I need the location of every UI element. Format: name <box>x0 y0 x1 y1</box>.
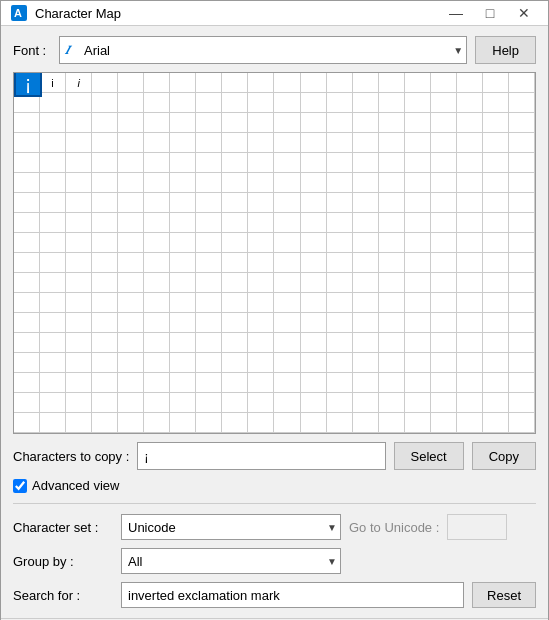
char-cell[interactable] <box>483 353 509 373</box>
char-cell[interactable] <box>248 173 274 193</box>
minimize-button[interactable]: — <box>440 1 472 25</box>
char-cell[interactable] <box>40 413 66 433</box>
char-cell[interactable] <box>379 253 405 273</box>
char-cell[interactable] <box>66 393 92 413</box>
char-cell[interactable] <box>353 313 379 333</box>
char-cell[interactable] <box>92 213 118 233</box>
char-cell[interactable] <box>379 193 405 213</box>
char-cell[interactable] <box>431 273 457 293</box>
char-cell[interactable] <box>379 273 405 293</box>
char-cell[interactable] <box>222 133 248 153</box>
char-cell[interactable] <box>92 373 118 393</box>
char-cell[interactable] <box>274 93 300 113</box>
char-cell[interactable] <box>301 293 327 313</box>
close-button[interactable]: ✕ <box>508 1 540 25</box>
char-cell[interactable] <box>14 293 40 313</box>
goto-unicode-input[interactable] <box>447 514 507 540</box>
char-cell[interactable] <box>118 273 144 293</box>
char-cell[interactable] <box>405 393 431 413</box>
char-cell[interactable] <box>118 373 144 393</box>
char-cell[interactable] <box>301 413 327 433</box>
char-cell[interactable] <box>353 153 379 173</box>
char-cell[interactable] <box>144 313 170 333</box>
char-cell[interactable] <box>301 233 327 253</box>
char-cell[interactable] <box>92 133 118 153</box>
char-cell[interactable] <box>66 353 92 373</box>
char-cell[interactable] <box>248 113 274 133</box>
char-cell[interactable] <box>327 373 353 393</box>
char-cell[interactable] <box>222 353 248 373</box>
char-cell[interactable] <box>40 333 66 353</box>
char-cell[interactable] <box>405 313 431 333</box>
char-cell[interactable] <box>144 373 170 393</box>
char-cell[interactable] <box>483 413 509 433</box>
char-cell[interactable] <box>353 293 379 313</box>
char-cell[interactable] <box>40 153 66 173</box>
search-for-input[interactable] <box>121 582 464 608</box>
char-cell[interactable] <box>327 153 353 173</box>
char-cell[interactable] <box>196 73 222 93</box>
char-cell[interactable] <box>92 153 118 173</box>
char-cell[interactable] <box>170 173 196 193</box>
char-cell[interactable] <box>248 413 274 433</box>
char-cell[interactable] <box>222 193 248 213</box>
char-cell[interactable] <box>66 313 92 333</box>
char-cell[interactable] <box>405 173 431 193</box>
char-cell[interactable] <box>483 393 509 413</box>
char-cell[interactable] <box>170 233 196 253</box>
char-cell[interactable] <box>301 273 327 293</box>
char-cell[interactable] <box>353 333 379 353</box>
char-cell[interactable] <box>509 233 535 253</box>
char-cell[interactable] <box>170 373 196 393</box>
char-cell[interactable] <box>327 293 353 313</box>
char-cell[interactable] <box>379 313 405 333</box>
char-cell[interactable] <box>327 133 353 153</box>
char-cell[interactable] <box>431 313 457 333</box>
char-cell[interactable] <box>118 133 144 153</box>
char-cell[interactable] <box>118 413 144 433</box>
char-cell[interactable] <box>170 313 196 333</box>
char-cell[interactable] <box>66 153 92 173</box>
char-cell[interactable] <box>14 253 40 273</box>
char-cell[interactable] <box>118 253 144 273</box>
char-cell[interactable] <box>66 113 92 133</box>
char-cell[interactable] <box>196 313 222 333</box>
char-cell[interactable] <box>353 373 379 393</box>
char-cell[interactable] <box>457 413 483 433</box>
char-cell[interactable] <box>222 373 248 393</box>
char-cell[interactable] <box>66 293 92 313</box>
char-cell[interactable] <box>457 113 483 133</box>
char-cell[interactable] <box>457 293 483 313</box>
char-cell[interactable] <box>144 393 170 413</box>
char-cell[interactable] <box>405 413 431 433</box>
char-cell[interactable] <box>353 253 379 273</box>
char-cell[interactable] <box>144 253 170 273</box>
char-cell[interactable] <box>170 333 196 353</box>
char-cell[interactable] <box>301 113 327 133</box>
char-cell[interactable] <box>170 353 196 373</box>
char-cell[interactable] <box>327 253 353 273</box>
char-cell[interactable] <box>92 253 118 273</box>
char-cell[interactable] <box>248 333 274 353</box>
copy-button[interactable]: Copy <box>472 442 536 470</box>
char-cell[interactable] <box>457 253 483 273</box>
char-cell[interactable] <box>196 213 222 233</box>
char-cell[interactable] <box>483 293 509 313</box>
char-cell[interactable] <box>509 133 535 153</box>
maximize-button[interactable]: □ <box>474 1 506 25</box>
char-cell[interactable] <box>66 133 92 153</box>
char-cell[interactable] <box>222 273 248 293</box>
char-cell[interactable] <box>14 173 40 193</box>
char-cell[interactable] <box>274 293 300 313</box>
char-cell[interactable] <box>118 393 144 413</box>
char-cell[interactable] <box>118 173 144 193</box>
char-cell[interactable] <box>379 113 405 133</box>
char-cell[interactable] <box>405 93 431 113</box>
char-cell[interactable] <box>301 313 327 333</box>
char-cell[interactable] <box>353 113 379 133</box>
char-cell[interactable] <box>483 273 509 293</box>
char-cell[interactable] <box>431 173 457 193</box>
char-cell[interactable] <box>274 313 300 333</box>
char-cell[interactable] <box>327 273 353 293</box>
char-cell[interactable] <box>248 133 274 153</box>
